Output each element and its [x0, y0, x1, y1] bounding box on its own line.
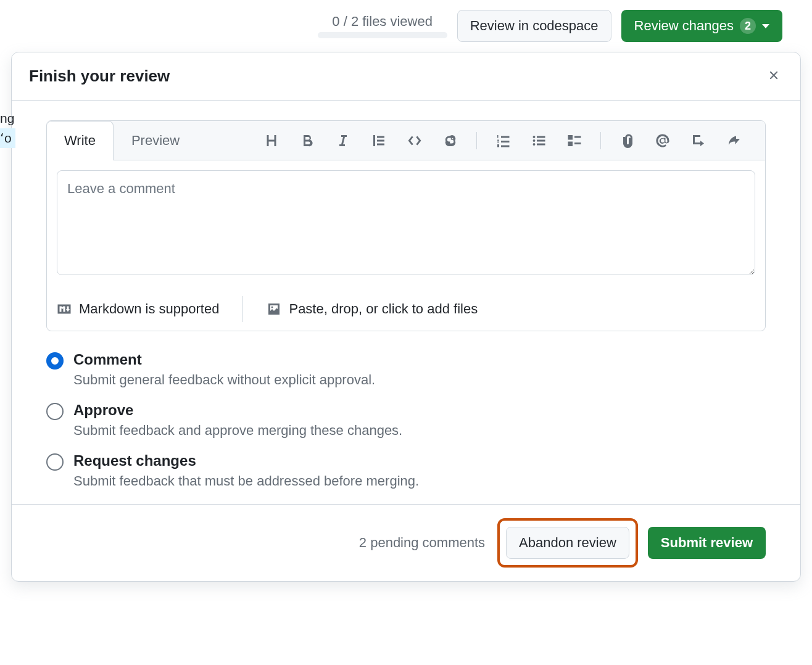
quote-icon [371, 133, 386, 148]
tab-preview[interactable]: Preview [114, 121, 197, 160]
svg-point-2 [533, 143, 536, 146]
markdown-toolbar [255, 128, 755, 153]
toolbar-separator-2 [600, 132, 601, 149]
review-changes-count: 2 [740, 18, 756, 34]
reply-icon [727, 133, 742, 148]
bg-text-b: ʻo [0, 128, 15, 148]
files-hint-text: Paste, drop, or click to add files [289, 301, 478, 317]
option-comment[interactable]: Comment Submit general feedback without … [46, 351, 766, 388]
heading-button[interactable] [255, 128, 288, 153]
files-viewed-text: 0 / 2 files viewed [332, 14, 433, 30]
svg-point-0 [533, 136, 536, 138]
finish-review-panel: Finish your review Write Preview [11, 52, 801, 582]
comment-box: Write Preview [46, 120, 766, 331]
hint-row: Markdown is supported Paste, drop, or cl… [47, 287, 765, 331]
option-comment-desc: Submit general feedback without explicit… [73, 372, 375, 388]
background-fragment: ng ʻo [0, 109, 15, 148]
tab-write[interactable]: Write [46, 121, 114, 160]
radio-comment[interactable] [46, 352, 64, 370]
panel-title: Finish your review [29, 67, 170, 86]
bg-text-a: ng [0, 109, 15, 128]
bold-button[interactable] [291, 128, 323, 153]
review-in-codespace-button[interactable]: Review in codespace [457, 10, 611, 42]
radio-request-changes[interactable] [46, 453, 64, 471]
mention-icon [655, 133, 670, 148]
task-list-icon [567, 133, 582, 148]
option-approve-desc: Submit feedback and approve merging thes… [73, 423, 402, 439]
bold-icon [300, 133, 315, 148]
markdown-supported-hint[interactable]: Markdown is supported [57, 301, 219, 317]
paperclip-icon [619, 133, 634, 148]
attach-button[interactable] [611, 128, 643, 153]
panel-footer: 2 pending comments Abandon review Submit… [12, 504, 800, 581]
hint-separator [242, 296, 243, 322]
editor-tabs: Write Preview [47, 121, 765, 160]
option-request-label: Request changes [73, 452, 419, 469]
image-icon [267, 302, 281, 316]
unordered-list-icon [531, 133, 546, 148]
comment-textarea[interactable] [57, 170, 755, 275]
abandon-highlight-box: Abandon review [497, 518, 638, 568]
top-bar: 0 / 2 files viewed Review in codespace R… [0, 0, 812, 47]
radio-approve[interactable] [46, 403, 64, 420]
review-changes-label: Review changes [634, 18, 734, 34]
comment-input-area [47, 160, 765, 287]
review-changes-button[interactable]: Review changes 2 [621, 10, 782, 42]
svg-point-1 [533, 139, 536, 142]
files-viewed-block: 0 / 2 files viewed [318, 14, 447, 38]
ordered-list-button[interactable] [487, 128, 519, 153]
option-approve-label: Approve [73, 402, 402, 419]
code-icon [407, 133, 422, 148]
submit-review-button[interactable]: Submit review [648, 527, 766, 559]
task-list-button[interactable] [558, 128, 590, 153]
review-options: Comment Submit general feedback without … [46, 351, 766, 489]
unordered-list-button[interactable] [523, 128, 555, 153]
option-request-desc: Submit feedback that must be addressed b… [73, 473, 419, 489]
mention-button[interactable] [647, 128, 679, 153]
abandon-review-button[interactable]: Abandon review [506, 527, 629, 559]
panel-body: Write Preview [12, 101, 800, 504]
pending-comments-text: 2 pending comments [359, 535, 485, 551]
heading-icon [264, 133, 279, 148]
italic-icon [336, 133, 350, 148]
markdown-icon [57, 302, 72, 316]
toolbar-separator-1 [476, 132, 477, 149]
option-approve[interactable]: Approve Submit feedback and approve merg… [46, 402, 766, 439]
cross-reference-button[interactable] [682, 128, 715, 153]
close-button[interactable] [764, 66, 783, 86]
option-request-changes[interactable]: Request changes Submit feedback that mus… [46, 452, 766, 489]
close-icon [767, 68, 781, 82]
caret-down-icon [762, 24, 769, 28]
files-viewed-progress [318, 32, 447, 38]
code-button[interactable] [399, 128, 431, 153]
link-icon [443, 133, 458, 148]
ordered-list-icon [495, 133, 510, 148]
panel-header: Finish your review [12, 52, 800, 101]
link-button[interactable] [434, 128, 466, 153]
reply-button[interactable] [718, 128, 750, 153]
italic-button[interactable] [327, 128, 359, 153]
files-hint[interactable]: Paste, drop, or click to add files [267, 301, 478, 317]
option-comment-label: Comment [73, 351, 375, 368]
markdown-hint-text: Markdown is supported [79, 301, 219, 317]
cross-reference-icon [691, 133, 706, 148]
quote-button[interactable] [363, 128, 395, 153]
